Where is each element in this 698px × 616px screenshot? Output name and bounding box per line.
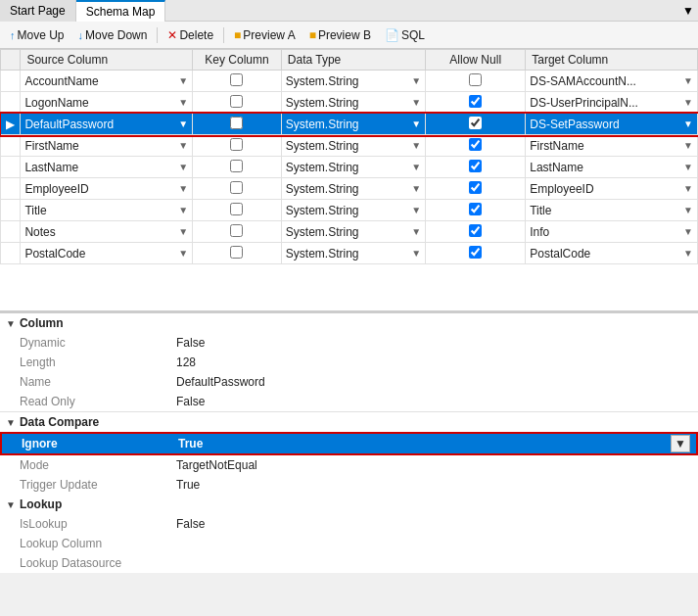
- table-row[interactable]: ▶DefaultPassword▼System.String▼DS-SetPas…: [1, 114, 698, 135]
- source-column-cell[interactable]: LastName▼: [21, 157, 193, 178]
- delete-icon: ✕: [167, 28, 177, 42]
- target-column-cell[interactable]: Info▼: [526, 221, 698, 243]
- prop-value: True: [176, 478, 692, 492]
- allow-null-cell[interactable]: [426, 243, 526, 264]
- datatype-cell[interactable]: System.String▼: [281, 157, 425, 178]
- key-column-cell[interactable]: [193, 92, 282, 114]
- allow-null-cell[interactable]: [426, 92, 526, 114]
- allow-null-cell[interactable]: [426, 114, 526, 135]
- source-column-cell[interactable]: AccountName▼: [21, 71, 193, 92]
- key-column-cell[interactable]: [193, 114, 282, 135]
- sql-icon: 📄: [385, 28, 399, 42]
- allow-null-cell[interactable]: [426, 135, 526, 157]
- allow-null-cell[interactable]: [426, 157, 526, 178]
- datacompare-toggle-icon: ▼: [6, 417, 16, 428]
- delete-button[interactable]: ✕ Delete: [163, 27, 217, 43]
- row-pointer-cell: [1, 135, 21, 157]
- tab-start-page[interactable]: Start Page: [0, 0, 76, 22]
- datacompare-section-header[interactable]: ▼ Data Compare: [0, 411, 698, 432]
- row-pointer-cell: ▶: [1, 114, 21, 135]
- preview-b-button[interactable]: ■ Preview B: [305, 27, 375, 43]
- target-column-cell[interactable]: DS-SetPassword▼: [526, 114, 698, 135]
- column-toggle-icon: ▼: [6, 318, 16, 329]
- prop-row: Length128: [0, 353, 698, 372]
- datatype-cell[interactable]: System.String▼: [281, 243, 425, 264]
- col-allow-null: Allow Null: [426, 50, 526, 71]
- datatype-cell[interactable]: System.String▼: [281, 114, 425, 135]
- lookup-toggle-icon: ▼: [6, 499, 16, 510]
- col-data-type: Data Type: [281, 50, 425, 71]
- table-row[interactable]: PostalCode▼System.String▼PostalCode▼: [1, 243, 698, 264]
- table-row[interactable]: Notes▼System.String▼Info▼: [1, 221, 698, 243]
- key-column-cell[interactable]: [193, 135, 282, 157]
- prop-row: Lookup Datasource: [0, 553, 698, 573]
- target-column-cell[interactable]: FirstName▼: [526, 135, 698, 157]
- target-column-cell[interactable]: LastName▼: [526, 157, 698, 178]
- key-column-cell[interactable]: [193, 71, 282, 92]
- table-row[interactable]: LastName▼System.String▼LastName▼: [1, 157, 698, 178]
- allow-null-cell[interactable]: [426, 200, 526, 221]
- row-pointer-cell: [1, 200, 21, 221]
- key-column-cell[interactable]: [193, 243, 282, 264]
- datatype-cell[interactable]: System.String▼: [281, 71, 425, 92]
- prop-row[interactable]: IgnoreTrue▼: [0, 432, 698, 455]
- prop-value: False: [176, 336, 692, 350]
- key-column-cell[interactable]: [193, 157, 282, 178]
- target-column-cell[interactable]: PostalCode▼: [526, 243, 698, 264]
- row-pointer-cell: [1, 178, 21, 200]
- sql-button[interactable]: 📄 SQL: [381, 27, 429, 43]
- source-column-cell[interactable]: Title▼: [21, 200, 193, 221]
- source-column-cell[interactable]: Notes▼: [21, 221, 193, 243]
- allow-null-cell[interactable]: [426, 71, 526, 92]
- prop-row: Read OnlyFalse: [0, 392, 698, 411]
- sep1: [157, 27, 158, 43]
- target-column-cell[interactable]: DS-SAMAccountN...▼: [526, 71, 698, 92]
- datatype-cell[interactable]: System.String▼: [281, 200, 425, 221]
- delete-label: Delete: [179, 28, 213, 42]
- table-row[interactable]: FirstName▼System.String▼FirstName▼: [1, 135, 698, 157]
- tab-dropdown[interactable]: ▼: [678, 2, 698, 20]
- column-section-header[interactable]: ▼ Column: [0, 313, 698, 333]
- move-up-button[interactable]: ↑ Move Up: [6, 27, 69, 43]
- source-column-cell[interactable]: EmployeeID▼: [21, 178, 193, 200]
- preview-a-button[interactable]: ■ Preview A: [230, 27, 300, 43]
- col-key-column: Key Column: [193, 50, 282, 71]
- target-column-cell[interactable]: DS-UserPrincipalN...▼: [526, 92, 698, 114]
- source-column-cell[interactable]: PostalCode▼: [21, 243, 193, 264]
- target-column-cell[interactable]: EmployeeID▼: [526, 178, 698, 200]
- table-header-row: Source Column Key Column Data Type Allow…: [1, 50, 698, 71]
- move-down-label: Move Down: [85, 28, 147, 42]
- prop-name: Lookup Datasource: [20, 556, 176, 570]
- source-column-cell[interactable]: FirstName▼: [21, 135, 193, 157]
- table-row[interactable]: AccountName▼System.String▼DS-SAMAccountN…: [1, 71, 698, 92]
- datatype-cell[interactable]: System.String▼: [281, 92, 425, 114]
- datacompare-section-label: Data Compare: [20, 415, 99, 429]
- schema-table: Source Column Key Column Data Type Allow…: [0, 49, 698, 264]
- table-row[interactable]: EmployeeID▼System.String▼EmployeeID▼: [1, 178, 698, 200]
- datatype-cell[interactable]: System.String▼: [281, 178, 425, 200]
- column-section-label: Column: [20, 316, 64, 330]
- move-down-button[interactable]: ↓ Move Down: [74, 27, 152, 43]
- col-pointer: [1, 50, 21, 71]
- lookup-section-header[interactable]: ▼ Lookup: [0, 495, 698, 514]
- key-column-cell[interactable]: [193, 200, 282, 221]
- prop-name: Read Only: [20, 395, 176, 408]
- property-dropdown-button[interactable]: ▼: [671, 435, 690, 452]
- datatype-cell[interactable]: System.String▼: [281, 221, 425, 243]
- tab-schema-map[interactable]: Schema Map: [76, 0, 166, 22]
- prop-row: Lookup Column: [0, 534, 698, 553]
- source-column-cell[interactable]: LogonName▼: [21, 92, 193, 114]
- properties-panel: ▼ Column DynamicFalseLength128NameDefaul…: [0, 313, 698, 573]
- key-column-cell[interactable]: [193, 221, 282, 243]
- col-target-column: Target Column: [526, 50, 698, 71]
- datatype-cell[interactable]: System.String▼: [281, 135, 425, 157]
- source-column-cell[interactable]: DefaultPassword▼: [21, 114, 193, 135]
- allow-null-cell[interactable]: [426, 178, 526, 200]
- target-column-cell[interactable]: Title▼: [526, 200, 698, 221]
- table-row[interactable]: Title▼System.String▼Title▼: [1, 200, 698, 221]
- move-down-icon: ↓: [78, 29, 84, 41]
- key-column-cell[interactable]: [193, 178, 282, 200]
- allow-null-cell[interactable]: [426, 221, 526, 243]
- preview-b-label: Preview B: [318, 28, 371, 42]
- table-row[interactable]: LogonName▼System.String▼DS-UserPrincipal…: [1, 92, 698, 114]
